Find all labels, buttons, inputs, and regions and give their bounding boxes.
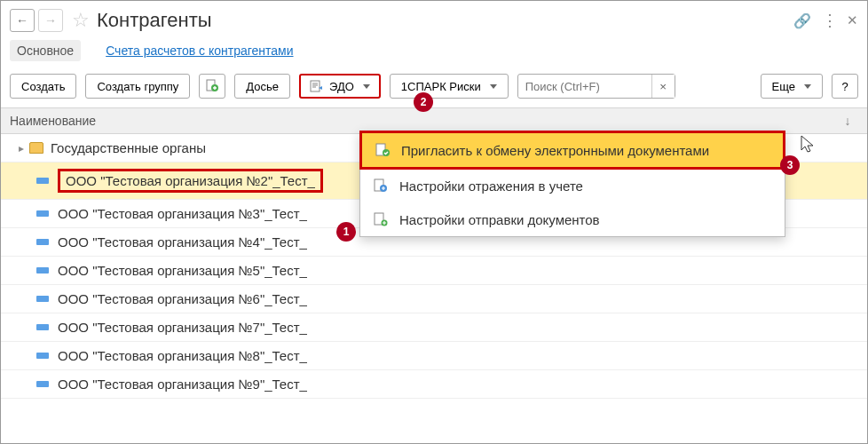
menu-item-label: Пригласить к обмену электронными докумен…	[401, 143, 709, 158]
menu-item-label: Настройки отправки документов	[399, 212, 600, 227]
item-icon	[36, 296, 49, 302]
menu-item-label: Настройки отражения в учете	[399, 178, 583, 194]
callout-1: 1	[336, 222, 356, 242]
help-button[interactable]: ?	[832, 74, 858, 99]
title-bar: ← → ☆ Контрагенты 🔗 ⋮ ✕	[1, 1, 867, 40]
nav-back-button[interactable]: ←	[10, 9, 35, 32]
nav-forward-button[interactable]: →	[38, 9, 63, 32]
row-label: ООО "Тестовая организация №9"_Тест_	[58, 377, 307, 392]
invite-icon	[375, 142, 391, 158]
tab-main[interactable]: Основное	[10, 40, 81, 61]
row-label: ООО "Тестовая организация №2"_Тест_	[66, 173, 315, 188]
add-icon	[206, 79, 218, 94]
item-icon	[36, 324, 49, 330]
item-icon	[36, 210, 49, 217]
page-title: Контрагенты	[97, 9, 212, 32]
item-icon	[36, 381, 49, 387]
settings-doc-icon	[373, 178, 389, 194]
row-label: ООО "Тестовая организация №6"_Тест_	[58, 291, 307, 306]
create-button[interactable]: Создать	[10, 74, 76, 99]
more-dropdown-button[interactable]: Еще	[761, 74, 823, 99]
add-from-list-button[interactable]	[199, 74, 225, 99]
table-row[interactable]: ООО "Тестовая организация №5"_Тест_	[1, 257, 867, 285]
tab-accounts-link[interactable]: Счета расчетов с контрагентами	[99, 40, 300, 61]
search-input[interactable]	[518, 76, 651, 97]
table-row[interactable]: ООО "Тестовая организация №6"_Тест_	[1, 285, 867, 313]
edo-icon	[310, 80, 324, 92]
spark-dropdown-button[interactable]: 1СПАРК Риски	[390, 74, 509, 99]
favorite-star-icon[interactable]: ☆	[72, 9, 90, 32]
row-label: ООО "Тестовая организация №8"_Тест_	[58, 348, 307, 363]
item-icon	[36, 178, 49, 184]
edo-dropdown-button[interactable]: ЭДО	[299, 74, 381, 99]
create-group-button[interactable]: Создать группу	[85, 74, 190, 99]
menu-item-accounting-settings[interactable]: Настройки отражения в учете	[360, 169, 785, 202]
table-row[interactable]: ООО "Тестовая организация №8"_Тест_	[1, 342, 867, 370]
item-icon	[36, 267, 49, 274]
row-label: Государственные органы	[51, 140, 206, 155]
send-settings-icon	[373, 211, 389, 227]
row-label: ООО "Тестовая организация №4"_Тест_	[58, 234, 307, 250]
callout-3: 3	[780, 155, 800, 175]
expand-toggle-icon[interactable]: ▸	[19, 142, 24, 155]
cursor-icon	[800, 134, 816, 158]
item-icon	[36, 353, 49, 359]
more-vertical-icon[interactable]: ⋮	[822, 11, 836, 30]
row-label: ООО "Тестовая организация №5"_Тест_	[58, 263, 307, 278]
menu-item-invite-edo[interactable]: Пригласить к обмену электронными докумен…	[359, 131, 785, 170]
menu-item-send-settings[interactable]: Настройки отправки документов	[360, 202, 785, 236]
table-row[interactable]: ООО "Тестовая организация №7"_Тест_	[1, 313, 867, 342]
spark-label: 1СПАРК Риски	[401, 80, 481, 93]
close-icon[interactable]: ✕	[847, 12, 858, 28]
table-row[interactable]: ООО "Тестовая организация №9"_Тест_	[1, 370, 867, 399]
toolbar: Создать Создать группу Досье ЭДО 1СПАРК …	[1, 68, 867, 107]
more-label: Еще	[772, 80, 795, 93]
row-label: ООО "Тестовая организация №7"_Тест_	[58, 320, 307, 335]
search-clear-button[interactable]: ×	[651, 75, 675, 98]
item-icon	[36, 239, 49, 245]
edo-label: ЭДО	[329, 80, 354, 93]
row-label: ООО "Тестовая организация №3"_Тест_	[58, 206, 307, 221]
svg-rect-2	[311, 81, 320, 91]
link-icon[interactable]: 🔗	[793, 12, 811, 29]
tab-bar: Основное Счета расчетов с контрагентами	[1, 40, 867, 68]
column-name-header[interactable]: Наименование	[10, 114, 96, 128]
folder-icon	[29, 142, 43, 154]
sort-down-icon[interactable]: ↓	[837, 114, 858, 128]
dossier-button[interactable]: Досье	[234, 74, 290, 99]
callout-2: 2	[414, 92, 433, 112]
edo-dropdown-menu: Пригласить к обмену электронными докумен…	[359, 131, 785, 237]
search-field: ×	[517, 74, 675, 99]
